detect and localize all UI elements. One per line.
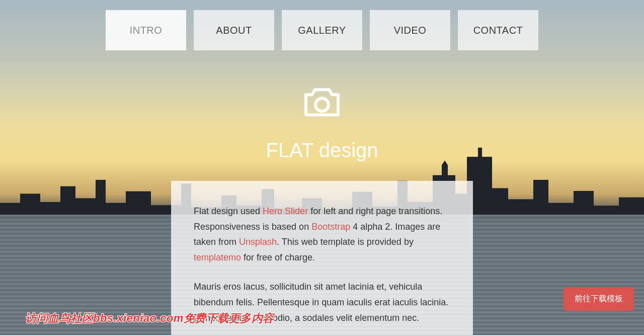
nav-item-intro[interactable]: INTRO [106,10,186,50]
hero: FLAT design [0,86,644,162]
download-template-button[interactable]: 前往下载模板 [564,287,634,311]
intro-paragraph-1: Flat design used Hero Slider for left an… [194,204,450,265]
text: . This web template is provided by [277,237,414,247]
intro-card: Flat design used Hero Slider for left an… [171,181,473,335]
camera-icon [304,86,340,118]
text: Flat design used [194,206,263,216]
intro-paragraph-2: Mauris eros lacus, sollicitudin sit amet… [194,279,450,325]
nav-item-gallery[interactable]: GALLERY [282,10,362,50]
text: for free of charge. [241,252,315,262]
link-unsplash[interactable]: Unsplash [239,237,277,247]
page-title: FLAT design [0,139,644,162]
svg-point-0 [315,98,329,111]
link-bootstrap[interactable]: Bootstrap [311,222,350,232]
nav-item-about[interactable]: ABOUT [194,10,274,50]
link-hero-slider[interactable]: Hero Slider [263,206,308,216]
nav-item-contact[interactable]: CONTACT [458,10,538,50]
link-templatemo[interactable]: templatemo [194,252,241,262]
nav-item-video[interactable]: VIDEO [370,10,450,50]
main-nav: INTRO ABOUT GALLERY VIDEO CONTACT [0,0,644,50]
